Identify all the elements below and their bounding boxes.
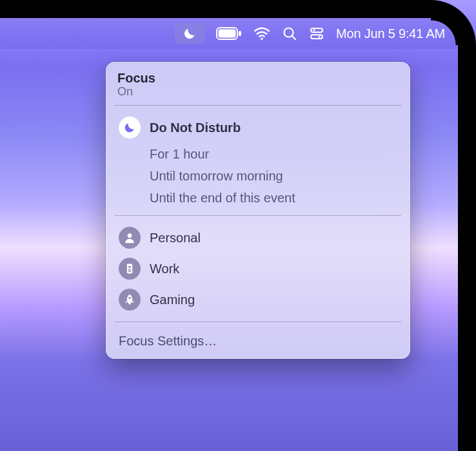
svg-point-7 [313, 29, 315, 31]
divider [115, 215, 401, 216]
focus-title: Focus [117, 71, 399, 86]
svg-rect-11 [127, 264, 132, 274]
control-center-menu-bar-item[interactable] [309, 26, 324, 41]
battery-icon [216, 27, 242, 40]
divider [115, 321, 401, 322]
svg-rect-14 [128, 271, 132, 272]
focus-mode-do-not-disturb[interactable]: Do Not Disturb [117, 112, 399, 143]
divider [115, 105, 401, 106]
dnd-label: Do Not Disturb [150, 120, 241, 135]
focus-mode-personal[interactable]: Personal [117, 222, 399, 253]
dnd-option-tomorrow-morning[interactable]: Until tomorrow morning [117, 165, 399, 187]
focus-menu-bar-item[interactable] [175, 23, 204, 44]
person-icon [119, 227, 141, 249]
moon-icon [119, 117, 141, 139]
svg-rect-2 [239, 31, 241, 36]
focus-mode-work[interactable]: Work [117, 253, 399, 284]
search-icon [282, 26, 297, 41]
svg-rect-8 [311, 35, 322, 39]
svg-rect-1 [219, 30, 236, 38]
battery-menu-bar-item[interactable] [216, 27, 242, 40]
control-center-icon [309, 26, 324, 41]
rocket-icon [119, 289, 141, 311]
badge-icon [119, 258, 141, 280]
focus-mode-gaming[interactable]: Gaming [117, 284, 399, 315]
spotlight-menu-bar-item[interactable] [282, 26, 297, 41]
moon-icon [183, 26, 197, 41]
svg-point-10 [128, 233, 132, 238]
wifi-icon [253, 25, 270, 42]
svg-point-3 [261, 37, 263, 39]
focus-settings-link[interactable]: Focus Settings… [117, 329, 399, 350]
menu-bar: Mon Jun 5 9:41 AM [0, 18, 458, 49]
focus-popover: Focus On Do Not Disturb For 1 hour Until… [106, 62, 410, 359]
dnd-option-end-of-event[interactable]: Until the end of this event [117, 187, 399, 209]
wifi-menu-bar-item[interactable] [253, 25, 270, 42]
svg-point-9 [318, 35, 320, 37]
menu-bar-clock[interactable]: Mon Jun 5 9:41 AM [336, 26, 445, 41]
focus-mode-label: Personal [150, 230, 201, 245]
focus-mode-label: Gaming [150, 292, 195, 307]
focus-status: On [117, 85, 399, 99]
dnd-option-1-hour[interactable]: For 1 hour [117, 143, 399, 165]
svg-rect-6 [311, 28, 322, 32]
svg-point-15 [128, 297, 130, 299]
focus-popover-header: Focus On [117, 71, 399, 99]
svg-line-5 [292, 36, 295, 39]
svg-point-12 [128, 266, 131, 269]
svg-rect-13 [128, 269, 132, 271]
focus-mode-label: Work [150, 261, 179, 276]
